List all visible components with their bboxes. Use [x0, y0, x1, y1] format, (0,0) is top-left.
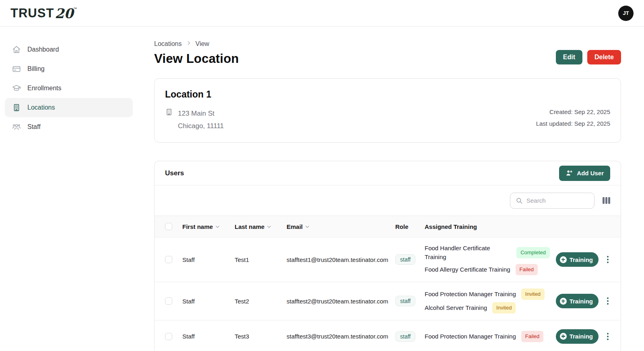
table-row: Staff Test1 stafftest1@trust20team.testi…: [155, 237, 621, 282]
search-icon: [516, 197, 523, 204]
training-name: Food Protection Manager Training: [425, 290, 516, 299]
row-menu-kebab-icon[interactable]: [605, 254, 610, 265]
top-bar: TRUST 20 ™ JT: [0, 0, 644, 27]
add-user-button[interactable]: Add User: [559, 166, 610, 181]
breadcrumb-view[interactable]: View: [196, 40, 209, 48]
user-avatar[interactable]: JT: [618, 6, 634, 21]
search-box: [510, 193, 594, 209]
status-badge: Invited: [521, 289, 545, 300]
training-name: Food Allergy Certificate Training: [425, 265, 510, 274]
credit-card-icon: [12, 64, 21, 73]
row-checkbox[interactable]: [165, 256, 172, 263]
main-content: Locations View View Location Edit Delete…: [143, 27, 644, 351]
breadcrumb-locations[interactable]: Locations: [154, 40, 182, 48]
column-header-email[interactable]: Email: [287, 223, 395, 230]
address-line-2: Chicago, 11111: [178, 120, 224, 132]
users-card: Users Add User: [154, 161, 621, 351]
sidebar-item-dashboard[interactable]: Dashboard: [5, 40, 133, 59]
row-menu-kebab-icon[interactable]: [605, 331, 610, 342]
plus-circle-icon: [560, 256, 567, 263]
role-badge: staff: [395, 331, 415, 342]
created-date: Created: Sep 22, 2025: [549, 108, 610, 115]
sidebar-item-billing[interactable]: Billing: [5, 59, 133, 79]
sidebar-item-label: Locations: [27, 104, 55, 111]
training-button-label: Training: [570, 256, 593, 263]
add-user-label: Add User: [577, 170, 604, 177]
building-icon: [165, 108, 173, 116]
status-badge: Failed: [516, 264, 538, 275]
cell-email: stafftest1@trust20team.testinator.com: [287, 256, 395, 263]
sidebar-item-label: Dashboard: [27, 46, 59, 53]
column-header-last-name[interactable]: Last name: [235, 223, 287, 230]
training-button-label: Training: [570, 298, 593, 305]
role-badge: staff: [395, 296, 415, 306]
column-label: First name: [182, 223, 213, 230]
table-toolbar: [155, 185, 621, 216]
table-header-row: First name Last name Email Role Assigned…: [155, 216, 621, 237]
cell-assigned-training: Food Protection Manager Training Invited…: [425, 289, 550, 314]
cell-email: stafftest2@trust20team.testinator.com: [287, 298, 395, 305]
user-plus-icon: [566, 169, 573, 177]
cell-first-name: Staff: [182, 256, 235, 263]
table-row: Staff Test3 stafftest3@trust20team.testi…: [155, 320, 621, 351]
sidebar-item-staff[interactable]: Staff: [5, 117, 133, 137]
sidebar-item-label: Staff: [27, 123, 41, 131]
sidebar-item-locations[interactable]: Locations: [5, 98, 133, 117]
training-button-label: Training: [570, 333, 593, 340]
delete-button[interactable]: Delete: [587, 50, 621, 64]
graduation-cap-icon: [12, 84, 21, 93]
row-checkbox[interactable]: [165, 297, 172, 305]
column-settings-icon[interactable]: [603, 197, 610, 204]
search-input[interactable]: [526, 197, 583, 204]
row-checkbox[interactable]: [165, 333, 172, 340]
cell-last-name: Test1: [235, 256, 287, 263]
column-label: Email: [287, 223, 303, 230]
cell-assigned-training: Food Protection Manager Training Failed: [425, 331, 550, 342]
sidebar-item-enrollments[interactable]: Enrollments: [5, 79, 133, 98]
cell-last-name: Test3: [235, 333, 287, 340]
chevron-down-icon: [304, 224, 310, 230]
training-button[interactable]: Training: [556, 252, 599, 267]
logo-script: 20: [55, 6, 73, 20]
row-menu-kebab-icon[interactable]: [605, 296, 610, 306]
training-button[interactable]: Training: [556, 294, 599, 308]
address-line-1: 123 Main St: [178, 107, 224, 120]
sidebar: Dashboard Billing Enrollments Locations …: [0, 27, 143, 351]
logo-text: TRUST: [10, 6, 54, 21]
training-name: Food Protection Manager Training: [425, 332, 516, 341]
users-section-title: Users: [165, 169, 184, 177]
status-badge: Completed: [516, 247, 550, 258]
role-badge: staff: [395, 254, 415, 265]
training-name: Alcohol Server Training: [425, 303, 487, 312]
chevron-down-icon: [266, 224, 272, 230]
cell-first-name: Staff: [182, 298, 235, 305]
building-icon: [12, 103, 21, 112]
cell-assigned-training: Food Handler Certificate Training Comple…: [425, 244, 550, 275]
training-button[interactable]: Training: [556, 329, 599, 344]
select-all-checkbox[interactable]: [165, 223, 172, 230]
edit-button[interactable]: Edit: [556, 50, 582, 64]
location-card: Location 1 123 Main St Chicago, 11111 Cr…: [154, 78, 621, 143]
last-updated-date: Last updated: Sep 22, 2025: [536, 120, 610, 127]
users-icon: [12, 123, 21, 131]
trademark-symbol: ™: [73, 7, 77, 11]
home-icon: [12, 45, 21, 54]
training-name: Food Handler Certificate Training: [425, 244, 511, 262]
cell-first-name: Staff: [182, 333, 235, 340]
chevron-down-icon: [215, 224, 221, 230]
table-row: Staff Test2 stafftest2@trust20team.testi…: [155, 282, 621, 320]
cell-email: stafftest3@trust20team.testinator.com: [287, 333, 395, 340]
column-header-assigned-training: Assigned Training: [425, 223, 550, 230]
column-header-role: Role: [395, 223, 425, 230]
chevron-right-icon: [186, 40, 192, 48]
cell-last-name: Test2: [235, 298, 287, 305]
column-label: Last name: [235, 223, 264, 230]
trust20-logo[interactable]: TRUST 20 ™: [10, 6, 77, 21]
status-badge: Invited: [492, 302, 516, 314]
sidebar-item-label: Enrollments: [27, 85, 61, 92]
plus-circle-icon: [560, 298, 567, 305]
breadcrumb: Locations View: [154, 40, 621, 48]
page-title: View Location: [154, 52, 239, 66]
status-badge: Failed: [521, 331, 543, 342]
column-header-first-name[interactable]: First name: [182, 223, 235, 230]
